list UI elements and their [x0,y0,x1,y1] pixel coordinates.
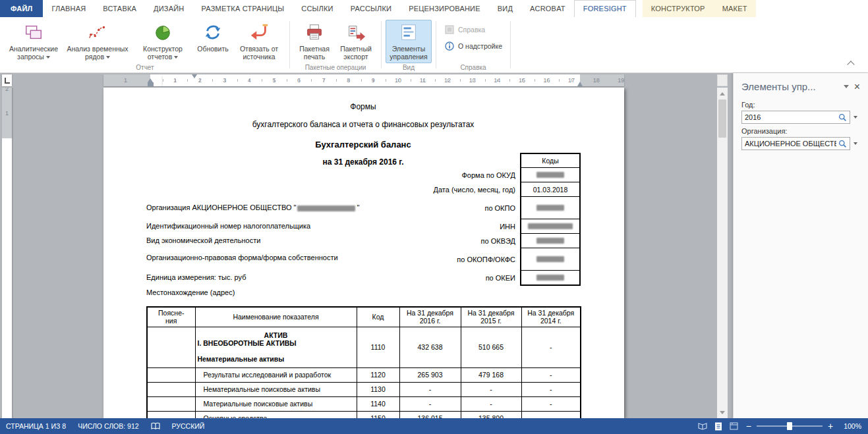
pane-close-button[interactable]: × [853,82,861,92]
batch-export-button[interactable]: Пакетный экспорт [335,20,377,63]
vertical-ruler[interactable]: 21 1234567891011 [2,88,12,418]
search-icon[interactable] [838,140,847,148]
first-line-indent-marker[interactable] [192,74,197,78]
codes-header-row: Коды [103,153,580,168]
ruler-number: 5 [262,74,287,86]
ribbon-tab[interactable]: ГЛАВНАЯ [43,0,94,17]
help-button[interactable]: Справка [440,22,506,37]
section-subtitle: I. ВНЕОБОРОТНЫЕ АКТИВЫ [198,339,355,347]
cell-code: 1110 [357,327,399,367]
scroll-up-button[interactable] [717,88,728,99]
read-mode-button[interactable] [695,418,710,434]
ruler-toggle-button[interactable] [717,74,728,86]
dropdown-caret-icon [46,56,50,59]
zoom-out-button[interactable]: − [742,419,755,433]
header-2015: На 31 декабря 2015 г. [461,307,521,327]
document-page[interactable]: Формы бухгалтерского баланса и отчета о … [103,88,624,418]
ribbon-tab[interactable]: ВИД [489,0,521,17]
table-section-row: АКТИВ I. ВНЕОБОРОТНЫЕ АКТИВЫ Нематериаль… [147,327,581,367]
pane-title: Элементы упр... [741,81,840,92]
redacted-value [536,205,564,211]
address-line: Местонахождение (адрес) [146,288,235,296]
doc-heading-1: Формы [146,102,580,111]
zoom-slider[interactable] [757,425,823,427]
header-code: Код [357,307,399,327]
word-count[interactable]: ЧИСЛО СЛОВ: 912 [72,418,144,434]
ruler-row: 21 12345678910111213141516171819 [0,73,728,88]
org-prefix: Организация АКЦИОНЕРНОЕ ОБЩЕСТВО " [146,203,296,211]
scrollbar-thumb[interactable] [718,99,726,138]
controls-icon [398,22,419,43]
combo-dropdown-button[interactable] [850,111,860,124]
cell-2014: - [521,327,581,367]
controls-button[interactable]: Элементы управления [386,20,432,63]
ribbon-tab[interactable]: ACROBAT [521,0,574,17]
page-indicator[interactable]: СТРАНИЦА 1 ИЗ 8 [0,418,72,434]
ribbon: Аналитические запросы Анализ временных р… [0,17,868,73]
print-layout-button[interactable] [710,418,726,434]
ruler-number: 11 [411,74,436,86]
ribbon-tab[interactable]: FORESIGHT [574,0,636,17]
code-value-cell [521,271,580,285]
table-row: Основные средства 1150 136 015 135 800 - [147,411,581,418]
unlink-from-source-button[interactable]: Отвязать от источника [233,20,285,63]
combo-dropdown-button[interactable] [850,137,860,150]
section-item: Нематериальные активы [198,355,355,363]
field-combobox[interactable]: 2016 [741,111,860,124]
combo-input[interactable]: АКЦИОНЕРНОЕ ОБЩЕСТВО [741,137,850,150]
group-separator [510,21,511,68]
search-icon[interactable] [838,113,847,122]
cell-2015: 510 665 [461,327,521,367]
combo-input[interactable]: 2016 [741,111,850,124]
ribbon-tab[interactable]: МАКЕТ [714,0,756,17]
cell-2015: 135 800 [461,411,521,418]
batch-print-icon [304,22,325,43]
table-row: Материальные поисковые активы 1140 - - - [147,396,581,411]
ruler-number: 10 [386,74,411,86]
controls-task-pane: Элементы упр... × Год: 2016 [733,73,868,418]
language-indicator[interactable]: РУССКИЙ [166,418,211,434]
pane-menu-caret-icon[interactable] [844,85,849,88]
pane-field: Год: 2016 [734,97,868,124]
analytic-queries-button[interactable]: Аналитические запросы [5,20,63,63]
ribbon-group-batch: Пакетная печать Пакетный экспорт Пакетны… [291,18,380,72]
zoom-slider-thumb[interactable] [787,422,792,430]
horizontal-ruler[interactable]: 21 12345678910111213141516171819 [103,74,624,86]
ribbon-tab[interactable]: ДИЗАЙН [145,0,192,17]
ribbon-tab[interactable]: РЕЦЕНЗИРОВАНИЕ [400,0,489,17]
ribbon-tab[interactable]: ФАЙЛ [0,0,43,17]
refresh-button[interactable]: Обновить [193,20,233,63]
left-indent-marker[interactable] [148,82,154,86]
web-layout-button[interactable] [726,418,742,434]
ruler-number: 1 [113,74,138,86]
ribbon-tab[interactable]: ВСТАВКА [94,0,145,17]
code-value-cell: 01.03.2018 [521,182,580,197]
ruler-number: 13 [460,74,485,86]
report-builder-button[interactable]: Конструктор отчетов [132,20,193,63]
time-series-button[interactable]: Анализ временных рядов [63,20,132,63]
time-series-icon [87,22,108,43]
section-title: АКТИВ [198,331,355,339]
field-combobox[interactable]: АКЦИОНЕРНОЕ ОБЩЕСТВО [741,137,860,150]
batch-print-button[interactable]: Пакетная печать [294,20,335,63]
scroll-down-button[interactable] [717,407,728,418]
redacted-value [536,275,564,281]
ribbon-tab[interactable]: РАССЫЛКИ [342,0,400,17]
ruler-number: 15 [509,74,535,86]
tab-stop-selector[interactable] [2,74,12,86]
code-label: Дата (число, месяц, год) [103,186,521,194]
collapse-ribbon-button[interactable] [844,58,857,68]
ribbon-tab[interactable]: КОНСТРУКТОР [643,0,714,17]
batch-export-icon [345,22,366,43]
code-label: Форма по ОКУД [103,171,521,179]
cell-2014: - [521,367,581,382]
code-value-cell [521,234,580,248]
zoom-in-button[interactable]: + [824,419,837,433]
about-addin-button[interactable]: О надстройке [440,39,506,53]
zoom-level[interactable]: 100% [837,422,861,430]
proofing-status[interactable] [145,418,166,434]
ribbon-tab[interactable]: ССЫЛКИ [293,0,341,17]
ribbon-tab[interactable]: РАЗМЕТКА СТРАНИЦЫ [192,0,293,17]
right-indent-marker[interactable] [577,82,583,86]
vertical-scrollbar[interactable] [717,88,728,418]
